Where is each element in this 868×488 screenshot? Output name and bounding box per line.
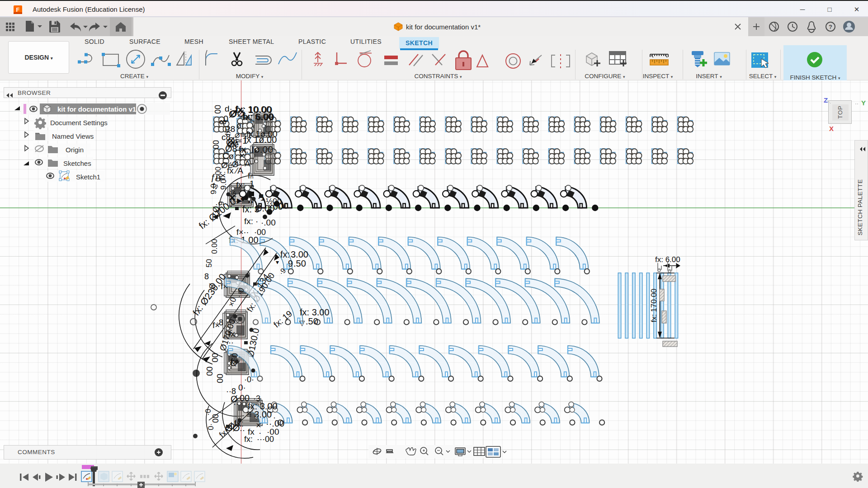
svg-text:×: ×	[256, 420, 261, 430]
svg-text:fx: 170.00: fx: 170.00	[650, 289, 658, 323]
svg-text:·0: ·0	[204, 409, 212, 416]
svg-text:··8: ··8	[226, 387, 236, 396]
svg-text:fx: Ø230.00: fx: Ø230.00	[191, 272, 228, 317]
svg-text:▽: ▽	[299, 319, 305, 327]
svg-text:fx:: fx:	[244, 435, 253, 444]
svg-text:fx 1ø.00: fx 1ø.00	[246, 129, 278, 139]
svg-text:f×··: f×··	[236, 228, 249, 237]
svg-text:0.00: 0.00	[210, 239, 219, 254]
svg-text:Ø·: Ø·	[232, 160, 241, 169]
svg-text:A·: A·	[245, 159, 253, 168]
svg-text:kit for documentation v1*: kit for documentation v1*	[406, 23, 481, 31]
svg-text:½: ½	[230, 189, 236, 198]
svg-text:0·: 0·	[238, 383, 246, 392]
svg-text:Sketches: Sketches	[63, 160, 91, 167]
svg-text:00: 00	[210, 353, 220, 362]
svg-text:0: 0	[223, 114, 228, 124]
svg-text:f♪: f♪	[212, 182, 219, 191]
svg-text:X: X	[829, 125, 834, 132]
svg-text:≡ 3.00: ≡ 3.00	[246, 409, 272, 419]
svg-text:Ø: Ø	[208, 283, 217, 289]
svg-text:Z: Z	[824, 96, 828, 104]
svg-text:ø·: ø·	[236, 121, 244, 130]
svg-text:··: ··	[233, 399, 239, 408]
svg-text:fx:: fx:	[244, 216, 253, 226]
svg-text:3.00: 3.00	[291, 249, 308, 259]
svg-text:·.00: ·.00	[261, 218, 276, 227]
svg-text:Sketch1: Sketch1	[76, 173, 100, 181]
svg-text:fx:: fx:	[280, 249, 290, 259]
svg-text:Ø·: Ø·	[212, 203, 221, 212]
svg-text:9: 9	[288, 258, 293, 268]
svg-text:.50: .50	[306, 316, 318, 326]
svg-text:d·: d·	[225, 104, 232, 113]
svg-text:fx: 3.00: fx: 3.00	[300, 307, 330, 317]
svg-text:fx: fx	[224, 130, 232, 136]
svg-text:··: ··	[240, 426, 245, 435]
svg-text:·: ·	[255, 216, 258, 226]
svg-text:▾: ▾	[276, 258, 279, 266]
svg-text:00: 00	[205, 366, 214, 376]
svg-text:×0: ×0	[226, 296, 238, 308]
svg-text:0·: 0·	[207, 423, 215, 430]
svg-text:·00: ·00	[254, 228, 266, 237]
svg-text:kit for documentation v1: kit for documentation v1	[57, 105, 136, 113]
svg-text:00: 00	[212, 140, 221, 149]
svg-text:···00: ···00	[257, 435, 274, 444]
svg-text:00: 00	[215, 374, 225, 383]
svg-text:50: 50	[205, 259, 213, 267]
svg-text:8: 8	[204, 272, 209, 281]
svg-text:Named Views: Named Views	[52, 132, 94, 140]
svg-text:·8: ·8	[216, 318, 223, 327]
svg-text:·: ·	[273, 413, 276, 422]
svg-text:.50: .50	[293, 258, 306, 268]
svg-text:·00: ·00	[276, 201, 288, 211]
svg-text:fx:: fx:	[236, 180, 245, 190]
svg-text:··: ··	[228, 338, 234, 347]
svg-text:fx: 19: fx: 19	[272, 309, 294, 329]
svg-text:·0·: ·0·	[244, 375, 254, 384]
svg-text:·3: ·3	[253, 394, 260, 403]
svg-text:◆: ◆	[241, 195, 245, 202]
svg-text:00: 00	[213, 105, 222, 114]
svg-text:Origin: Origin	[66, 146, 84, 154]
svg-text:Y: Y	[861, 99, 866, 107]
svg-text:1: 1	[250, 179, 255, 188]
svg-text:Document Settings: Document Settings	[50, 119, 108, 127]
svg-text:?: ?	[829, 23, 832, 30]
svg-text:fx: 6.00: fx: 6.00	[243, 112, 274, 122]
